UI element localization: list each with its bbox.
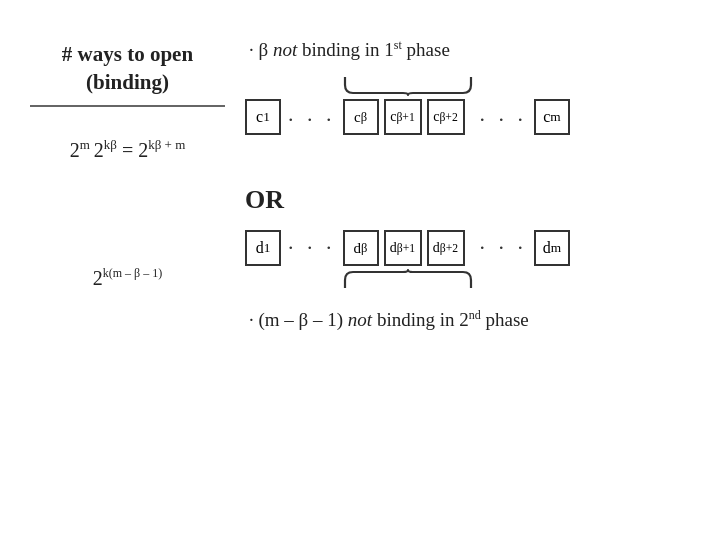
box-dbeta1: dβ+1 <box>384 230 422 266</box>
box-cbeta: cβ <box>343 99 379 135</box>
box-cm: cm <box>534 99 570 135</box>
or-label: OR <box>245 185 284 215</box>
title-line2: (binding) <box>86 70 169 94</box>
box-dm: dm <box>534 230 570 266</box>
box-dbeta: dβ <box>343 230 379 266</box>
title-line1: # ways to open <box>62 42 193 66</box>
dots-3: · · · <box>286 235 338 261</box>
formula-row-1: 2m 2kβ = 2kβ + m <box>30 137 225 162</box>
box-cbeta2: cβ+2 <box>427 99 465 135</box>
box-d1: d1 <box>245 230 281 266</box>
box-c1: c1 <box>245 99 281 135</box>
dots-4: · · · <box>478 235 530 261</box>
phase1-not: not <box>273 39 297 60</box>
dots-1: · · · <box>286 107 338 133</box>
phase2-label: · (m – β – 1) not binding in 2nd phase <box>249 308 702 331</box>
box-dbeta2: dβ+2 <box>427 230 465 266</box>
brace-top-svg <box>343 75 473 97</box>
box-cbeta1: cβ+1 <box>384 99 422 135</box>
formula-row-2: 2k(m – β – 1) <box>30 266 225 290</box>
phase2-not: not <box>348 309 372 330</box>
dots-2: · · · <box>478 107 530 133</box>
brace-bottom-svg <box>343 268 473 290</box>
phase1-label: · β not binding in 1st phase <box>249 38 702 61</box>
title-block: # ways to open (binding) <box>30 40 225 107</box>
